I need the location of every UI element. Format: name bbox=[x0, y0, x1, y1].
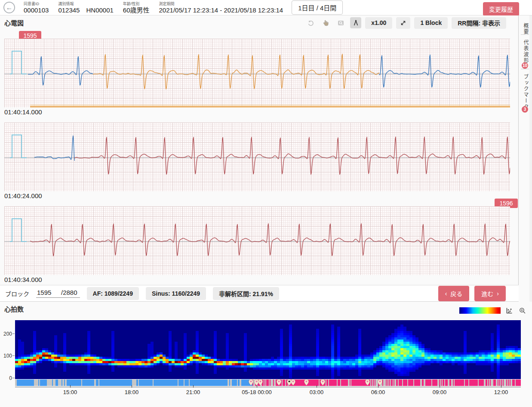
sidebar-tab-waveforms[interactable]: 代表波形 bbox=[522, 40, 529, 64]
sidebar-tab-badge: 3 bbox=[522, 106, 528, 113]
next-block-button[interactable]: 進む › bbox=[474, 286, 506, 301]
time-axis-label: 05-18 00:00 bbox=[242, 389, 271, 395]
patient-header: ← 同意書ID0000103識別情報012345 HN00001年齢/性別60歳… bbox=[0, 0, 532, 15]
rhythm-summary-chip: Sinus: 1160/2249 bbox=[146, 287, 206, 300]
heart-rate-title: 心拍数 bbox=[4, 304, 24, 313]
time-axis-label: 06:00 bbox=[371, 389, 385, 395]
time-axis-tick bbox=[501, 385, 501, 388]
timeline-pin-icon[interactable] bbox=[290, 379, 296, 386]
block-current-value[interactable]: 1595 bbox=[37, 289, 54, 296]
time-axis-label: 09:00 bbox=[433, 389, 447, 395]
zoom-in-icon[interactable] bbox=[517, 306, 528, 316]
strip-timestamp: 01:40:14.000 bbox=[4, 108, 42, 116]
sidebar-tab-overview[interactable]: 概要 bbox=[522, 23, 529, 35]
rhythm-summary-chips: AF: 1089/2249Sinus: 1160/2249非解析区間: 21.9… bbox=[87, 287, 280, 300]
patient-field: 同意書ID0000103 bbox=[24, 2, 49, 13]
scatter-plot-icon[interactable] bbox=[504, 306, 514, 316]
time-axis-tick bbox=[317, 385, 317, 388]
patient-field: 識別情報012345 HN00001 bbox=[58, 2, 113, 13]
block-status-bar: ブロック 1595 /2880 AF: 1089/2249Sinus: 1160… bbox=[0, 285, 519, 302]
timeline-pin-icon[interactable] bbox=[304, 379, 309, 386]
time-axis-label: 12:00 bbox=[494, 389, 508, 395]
time-axis-label: 21:00 bbox=[186, 389, 200, 395]
time-axis-label: 15:00 bbox=[63, 389, 77, 395]
af-region-band bbox=[30, 104, 510, 107]
day-selector-button[interactable]: 1日目 / 4日間 bbox=[292, 0, 343, 15]
time-axis-tick bbox=[257, 385, 257, 388]
patient-field-value: 0000103 bbox=[24, 7, 49, 13]
patient-field-value: 60歳男性 bbox=[123, 7, 150, 13]
time-axis bbox=[15, 387, 521, 387]
bpm-axis-tick bbox=[12, 334, 15, 334]
bpm-axis-tick bbox=[12, 355, 15, 356]
bpm-axis-label: 200 bbox=[0, 331, 12, 337]
ecg-strips-area: 1595 1596 01:40:14.00001:40:24.00001:40:… bbox=[0, 15, 519, 285]
time-axis-label: 03:00 bbox=[310, 389, 324, 395]
strip-timestamp: 01:40:34.000 bbox=[4, 276, 42, 283]
prev-block-button[interactable]: ‹ 戻る bbox=[438, 286, 470, 301]
patient-field-value: 012345 HN00001 bbox=[58, 7, 113, 13]
patient-field: 年齢/性別60歳男性 bbox=[123, 2, 150, 13]
sidebar-separator bbox=[521, 34, 529, 35]
block-number-input[interactable]: 1595 /2880 bbox=[36, 289, 80, 298]
bpm-axis-label: 100 bbox=[0, 353, 12, 359]
patient-field-label: 年齢/性別 bbox=[123, 2, 150, 6]
time-axis-tick bbox=[132, 385, 132, 388]
time-axis-label: 18:00 bbox=[125, 389, 139, 395]
patient-info-fields: 同意書ID0000103識別情報012345 HN00001年齢/性別60歳男性… bbox=[24, 2, 283, 13]
patient-field-value: 2021/05/17 12:23:14 - 2021/05/18 12:23:1… bbox=[159, 7, 283, 13]
rhythm-summary-chip: 非解析区間: 21.91% bbox=[213, 287, 279, 300]
rhythm-summary-chip: AF: 1089/2249 bbox=[87, 287, 139, 300]
change-history-button[interactable]: 変更履歴 bbox=[483, 2, 519, 16]
patient-field-label: 測定期間 bbox=[159, 2, 283, 6]
sidebar-separator bbox=[521, 69, 529, 69]
time-axis-tick bbox=[70, 385, 71, 388]
heart-rate-spectrogram[interactable] bbox=[15, 320, 521, 379]
patient-field: 測定期間2021/05/17 12:23:14 - 2021/05/18 12:… bbox=[159, 2, 283, 13]
ecg-strip[interactable] bbox=[4, 122, 510, 191]
ecg-panel: 心電図 x1.00 1 Block RR間隔: 非表示 1595 bbox=[0, 15, 519, 302]
heart-rate-colormap-legend bbox=[459, 307, 501, 314]
bpm-axis-tick bbox=[12, 378, 15, 378]
ecg-viewer-app: ← 同意書ID0000103識別情報012345 HN00001年齢/性別60歳… bbox=[0, 0, 532, 407]
rhythm-timeline[interactable] bbox=[15, 379, 521, 387]
ecg-strip[interactable] bbox=[4, 39, 510, 107]
timeline-pin-icon[interactable] bbox=[320, 379, 326, 386]
block-total-value: /2880 bbox=[61, 289, 77, 296]
heart-rate-panel: 心拍数 15:0018:0021:0005-18 00:0003:0006:00… bbox=[0, 302, 532, 407]
bpm-axis-label: 0 bbox=[0, 375, 12, 381]
strip-timestamp: 01:40:24.000 bbox=[4, 192, 42, 199]
sidebar-tab-bookmarks[interactable]: ブックマーク bbox=[522, 74, 529, 110]
time-axis-tick bbox=[193, 385, 194, 388]
block-label: ブロック bbox=[5, 289, 29, 298]
chevron-right-icon: › bbox=[497, 290, 499, 297]
vertical-scrollbar[interactable] bbox=[529, 15, 532, 302]
time-axis-tick bbox=[440, 385, 440, 388]
timeline-pin-icon[interactable] bbox=[248, 379, 254, 386]
timeline-pin-icon[interactable] bbox=[365, 379, 370, 386]
timeline-pin-icon[interactable] bbox=[276, 379, 282, 386]
chevron-left-icon: ‹ bbox=[445, 290, 447, 297]
time-axis-tick bbox=[378, 385, 378, 388]
back-button[interactable]: ← bbox=[3, 2, 15, 13]
sidebar-tab-badge: 10 bbox=[522, 62, 528, 69]
ecg-strip[interactable] bbox=[4, 206, 510, 275]
patient-field-label: 同意書ID bbox=[24, 2, 49, 6]
patient-field-label: 識別情報 bbox=[58, 2, 113, 6]
timeline-pin-icon[interactable] bbox=[258, 379, 263, 386]
